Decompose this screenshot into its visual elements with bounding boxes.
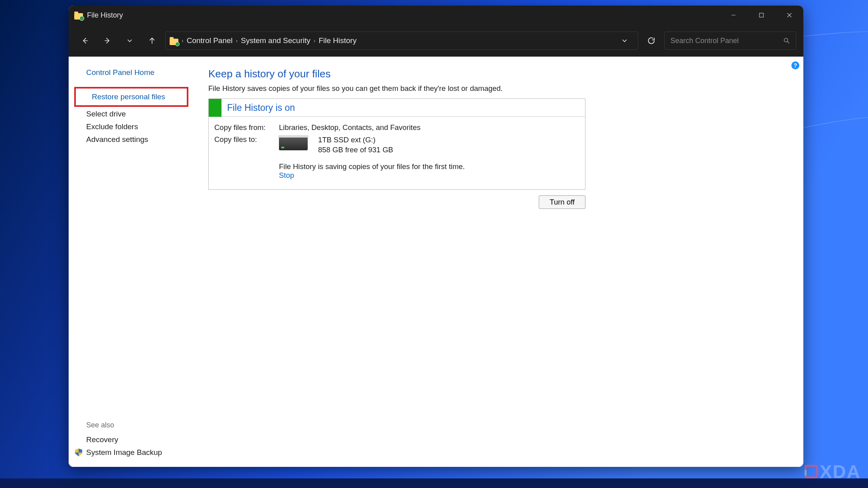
copy-to-label: Copy files to: <box>214 135 279 155</box>
sidebar-recovery[interactable]: Recovery <box>86 433 200 446</box>
address-bar[interactable]: › Control Panel › System and Security › … <box>165 31 638 50</box>
breadcrumb-root[interactable]: Control Panel <box>187 36 233 45</box>
sidebar-system-image-backup[interactable]: System Image Backup <box>86 446 200 459</box>
app-icon <box>74 11 83 20</box>
watermark: XDA <box>805 461 861 482</box>
page-subtext: File History saves copies of your files … <box>208 84 787 93</box>
svg-rect-1 <box>759 13 763 17</box>
search-box[interactable] <box>664 31 796 50</box>
saving-message: File History is saving copies of your fi… <box>279 162 465 171</box>
breadcrumb-leaf[interactable]: File History <box>318 36 356 45</box>
maximize-button[interactable] <box>747 6 775 25</box>
sidebar-advanced-settings[interactable]: Advanced settings <box>69 133 200 146</box>
svg-point-7 <box>784 38 788 42</box>
search-input[interactable] <box>670 37 780 45</box>
drive-free-space: 858 GB free of 931 GB <box>318 145 393 155</box>
svg-line-8 <box>787 41 789 43</box>
chevron-right-icon: › <box>182 37 184 44</box>
titlebar: File History <box>69 6 803 25</box>
stop-link[interactable]: Stop <box>279 171 465 180</box>
close-button[interactable] <box>775 6 803 25</box>
nav-toolbar: › Control Panel › System and Security › … <box>69 25 803 57</box>
taskbar <box>0 478 868 488</box>
status-title: File History is on <box>221 102 295 113</box>
sidebar-restore-personal-files[interactable]: Restore personal files <box>74 87 188 107</box>
drive-icon <box>279 137 308 150</box>
copy-from-value: Libraries, Desktop, Contacts, and Favori… <box>279 123 421 132</box>
status-panel: File History is on Copy files from: Libr… <box>208 98 585 190</box>
forward-button[interactable] <box>98 31 117 50</box>
main-content: Keep a history of your files File Histor… <box>200 57 803 467</box>
sidebar-select-drive[interactable]: Select drive <box>69 108 200 120</box>
search-icon <box>783 37 790 44</box>
refresh-button[interactable] <box>642 31 660 50</box>
see-also-label: See also <box>86 421 200 429</box>
sidebar: Control Panel Home Restore personal file… <box>69 57 200 467</box>
chevron-right-icon: › <box>314 37 316 44</box>
drive-name: 1TB SSD ext (G:) <box>318 135 393 145</box>
chevron-right-icon: › <box>236 37 238 44</box>
turn-off-button[interactable]: Turn off <box>539 195 585 209</box>
page-heading: Keep a history of your files <box>208 68 787 80</box>
back-button[interactable] <box>76 31 94 50</box>
window-title: File History <box>87 11 123 20</box>
minimize-button[interactable] <box>720 6 747 25</box>
address-icon <box>170 36 178 45</box>
file-history-window: File History › Control Panel › System an… <box>69 6 803 467</box>
breadcrumb-mid[interactable]: System and Security <box>241 36 310 45</box>
status-indicator-icon <box>209 99 221 117</box>
recent-dropdown[interactable] <box>121 31 139 50</box>
sidebar-home[interactable]: Control Panel Home <box>69 66 200 79</box>
up-button[interactable] <box>143 31 161 50</box>
address-dropdown[interactable] <box>615 31 634 50</box>
shield-icon <box>75 449 82 457</box>
watermark-logo-icon <box>805 465 818 478</box>
help-icon[interactable]: ? <box>791 61 799 69</box>
sidebar-exclude-folders[interactable]: Exclude folders <box>69 120 200 133</box>
copy-from-label: Copy files from: <box>214 123 279 132</box>
